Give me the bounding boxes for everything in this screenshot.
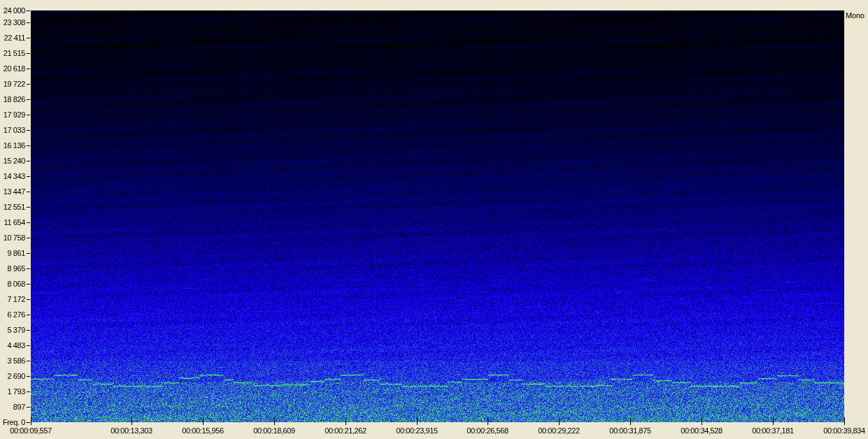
time-tick: [559, 417, 560, 425]
freq-tick-label: 8 965: [0, 264, 25, 273]
freq-tick-label: 2 690: [0, 372, 25, 380]
freq-tick: [27, 22, 30, 23]
freq-tick-label: 897: [0, 403, 25, 411]
channel-label: Mono: [846, 11, 865, 20]
freq-tick: [27, 315, 30, 315]
freq-tick: [27, 238, 30, 238]
freq-tick: [27, 361, 30, 361]
freq-tick: [27, 115, 30, 115]
time-tick-label: 00:00:31,875: [609, 426, 650, 435]
freq-tick: [27, 422, 30, 423]
time-tick: [346, 417, 346, 425]
freq-tick: [27, 10, 30, 11]
freq-tick-label: 17 929: [0, 110, 25, 119]
freq-tick: [27, 376, 30, 377]
freq-tick: [27, 99, 30, 100]
freq-tick-label: 1 793: [0, 387, 25, 396]
freq-tick-label: 12 551: [0, 203, 25, 211]
freq-tick-label: 16 136: [0, 141, 25, 150]
time-tick-label: 00:00:26,568: [467, 426, 508, 435]
freq-tick: [27, 284, 30, 285]
time-tick: [417, 417, 418, 425]
time-tick: [773, 417, 774, 425]
freq-tick-label: 10 758: [0, 233, 25, 242]
freq-tick-label: 3 586: [0, 357, 25, 365]
freq-tick-label: 23 308: [0, 18, 25, 27]
freq-tick: [27, 53, 30, 54]
freq-tick: [27, 161, 30, 161]
time-tick: [630, 417, 631, 425]
time-tick-label: 00:00:37,181: [752, 426, 793, 435]
freq-tick-label: 13 447: [0, 187, 25, 196]
time-tick-label: 00:00:23,915: [396, 426, 437, 435]
freq-tick: [27, 192, 30, 192]
freq-tick-label: 15 240: [0, 157, 25, 165]
freq-tick: [27, 299, 30, 300]
spectrogram-plot[interactable]: [31, 10, 844, 422]
freq-tick-label: 24 000: [0, 6, 25, 15]
freq-tick-label: 14 343: [0, 172, 25, 180]
time-tick-label: 00:00:34,528: [681, 426, 722, 435]
freq-tick-label: 7 172: [0, 295, 25, 303]
time-tick: [702, 417, 702, 425]
freq-tick: [27, 38, 30, 38]
freq-tick: [27, 84, 30, 85]
time-tick: [274, 417, 275, 425]
freq-tick-label: 19 722: [0, 80, 25, 88]
freq-tick: [27, 207, 30, 208]
time-tick: [31, 417, 31, 425]
freq-tick: [27, 222, 30, 223]
freq-tick: [27, 407, 30, 408]
freq-tick: [27, 345, 30, 346]
freq-tick-label: 18 826: [0, 95, 25, 103]
time-tick: [844, 417, 845, 425]
time-tick-label: 00:00:18,609: [253, 426, 294, 435]
freq-tick: [27, 69, 30, 69]
time-tick: [203, 417, 204, 425]
freq-tick: [27, 391, 30, 392]
freq-tick-label: 6 276: [0, 310, 25, 319]
freq-tick: [27, 176, 30, 177]
freq-tick: [27, 330, 30, 331]
freq-tick-label: 11 654: [0, 218, 25, 226]
freq-tick-label: 4 483: [0, 341, 25, 350]
time-tick-label: 00:00:15,956: [182, 426, 223, 435]
freq-tick-label: 17 033: [0, 126, 25, 134]
freq-tick: [27, 268, 30, 269]
freq-tick: [27, 253, 30, 254]
time-tick-label: 00:00:21,262: [325, 426, 366, 435]
freq-tick-label: Freq. 0: [0, 418, 25, 426]
time-tick: [488, 417, 488, 425]
time-tick-label: 00:00:29,222: [538, 426, 579, 435]
freq-tick: [27, 145, 30, 146]
freq-tick-label: 5 379: [0, 326, 25, 334]
freq-tick-label: 20 618: [0, 64, 25, 73]
freq-tick: [27, 130, 30, 131]
freq-tick-label: 21 515: [0, 49, 25, 57]
time-tick-label: 00:00:39,834: [823, 426, 865, 435]
spectrogram-panel: 24 00023 30822 41121 51520 61819 72218 8…: [0, 0, 868, 439]
freq-tick-label: 8 068: [0, 280, 25, 288]
time-tick: [131, 417, 132, 425]
freq-tick-label: 22 411: [0, 34, 25, 42]
time-tick-label: 00:00:09,557: [10, 426, 51, 435]
freq-tick-label: 9 861: [0, 249, 25, 257]
time-tick-label: 00:00:13,303: [111, 426, 152, 435]
